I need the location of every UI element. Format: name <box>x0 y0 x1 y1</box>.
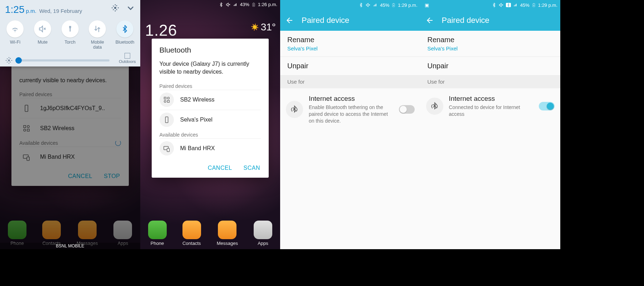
brightness-slider[interactable] <box>17 59 109 61</box>
app-messages[interactable]: Messages <box>77 221 98 246</box>
page-title: Paired device <box>442 16 489 25</box>
device-name: Selva's Pixel <box>428 45 553 51</box>
expand-chevron-icon[interactable] <box>126 4 135 13</box>
qs-wifi-toggle[interactable]: Wi-Fi <box>2 20 28 50</box>
scan-button[interactable]: SCAN <box>244 165 260 171</box>
status-time: 1:29 p.m. <box>538 3 557 8</box>
paired-devices-label: Paired devices <box>160 83 261 89</box>
battery-pct: 43% <box>240 2 249 7</box>
qs-time: 1:25 <box>5 4 25 15</box>
qs-mute-toggle[interactable]: Mute <box>30 20 55 50</box>
grid-icon <box>19 121 34 135</box>
device-name: Selva's Pixel <box>287 45 413 51</box>
status-bar: ▣ 45% 1:29 p.m. <box>420 0 561 10</box>
back-arrow-icon[interactable] <box>425 16 434 25</box>
cancel-button[interactable]: CANCEL <box>68 173 92 179</box>
internet-access-switch[interactable] <box>399 105 415 114</box>
app-apps[interactable]: Apps <box>254 221 272 246</box>
screen-2-bluetooth-dialog: 43% 1:26 p.m. 1.26 ☀️31° Phone Contacts … <box>140 0 280 249</box>
screen-1-quicksettings: Phone Contacts Messages Apps BSNL MOBILE… <box>0 0 140 249</box>
dialog-title: Bluetooth <box>160 46 261 54</box>
unpair-item[interactable]: Unpair <box>280 57 420 75</box>
mute-status-icon <box>366 3 371 8</box>
rename-item[interactable]: Rename Selva's Pixel <box>280 31 420 56</box>
battery-pct: 45% <box>380 3 389 8</box>
app-phone[interactable]: Phone <box>8 221 26 246</box>
paired-devices-label: Paired devices <box>19 92 121 97</box>
qs-date: Wed, 19 February <box>39 8 82 14</box>
internet-access-row[interactable]: Internet access Connected to device for … <box>420 88 561 124</box>
battery-icon <box>532 2 536 8</box>
status-bar: 43% 1:26 p.m. <box>140 0 280 9</box>
app-phone[interactable]: Phone <box>148 221 167 246</box>
bt-tether-icon <box>426 98 443 115</box>
app-messages[interactable]: Messages <box>217 221 238 246</box>
back-arrow-icon[interactable] <box>285 16 294 25</box>
qs-data-toggle[interactable]: Mobile data <box>84 20 110 50</box>
laptop-phone-icon <box>160 141 174 156</box>
cancel-button[interactable]: CANCEL <box>208 165 232 171</box>
homescreen-clock: 1.26 <box>145 21 177 39</box>
status-bar: 45% 1:29 p.m. <box>280 0 420 10</box>
battery-icon <box>391 2 396 8</box>
status-time: 1:26 p.m. <box>258 2 277 7</box>
carrier-label: BSNL MOBILE <box>0 243 140 249</box>
status-time: 1:29 p.m. <box>398 3 417 8</box>
bluetooth-dialog: Bluetooth Your device (Galaxy J7) is cur… <box>152 39 269 178</box>
use-for-header: Use for <box>420 75 561 88</box>
outdoors-checkbox[interactable]: Outdoors <box>114 53 140 66</box>
paired-device-row[interactable]: SB2 Wireless <box>160 90 261 110</box>
qs-bluetooth-toggle[interactable]: Bluetooth <box>112 20 138 50</box>
weather-widget[interactable]: ☀️31° <box>251 21 276 33</box>
stop-button[interactable]: STOP <box>104 173 120 179</box>
quick-settings-panel: 1:25 p.m. Wed, 19 February Wi-Fi Mute To… <box>0 0 140 66</box>
grid-icon <box>160 93 174 107</box>
available-devices-label: Available devices <box>19 140 121 146</box>
bt-tether-icon <box>286 101 303 118</box>
paired-device-row[interactable]: 1gJ6pOSIfkC4FYOsT_9.. <box>19 98 121 118</box>
mute-status-icon <box>499 3 504 8</box>
bt-visible-text: currently visible to nearby devices. <box>19 77 121 84</box>
phone-icon <box>160 113 174 127</box>
use-for-header: Use for <box>280 75 420 88</box>
screen-3-paired-off: 45% 1:29 p.m. Paired device Rename Selva… <box>280 0 420 249</box>
rename-item[interactable]: Rename Selva's Pixel <box>420 31 561 56</box>
paired-device-row[interactable]: Selva's Pixel <box>160 110 261 130</box>
app-contacts[interactable]: Contacts <box>182 221 201 246</box>
phone-icon <box>19 101 34 115</box>
page-title: Paired device <box>302 16 349 25</box>
unpair-item[interactable]: Unpair <box>420 57 561 75</box>
laptop-phone-icon <box>19 150 34 164</box>
qs-ampm: p.m. <box>26 8 36 14</box>
available-devices-label: Available devices <box>160 132 261 138</box>
app-apps[interactable]: Apps <box>113 221 132 246</box>
bluetooth-status-icon <box>492 3 497 8</box>
signal-icon <box>373 3 378 8</box>
signal-icon <box>513 3 518 8</box>
qs-torch-toggle[interactable]: Torch <box>57 20 83 50</box>
signal-icon <box>233 2 238 7</box>
settings-gear-icon[interactable] <box>111 4 119 13</box>
app-contacts[interactable]: Contacts <box>42 221 61 246</box>
available-device-row[interactable]: Mi Band HRX <box>160 138 261 158</box>
bt-connected-icon <box>506 3 511 7</box>
paired-device-row[interactable]: SB2 Wireless <box>19 118 121 138</box>
screen-4-paired-on: ▣ 45% 1:29 p.m. Paired device Rename Sel… <box>420 0 561 249</box>
internet-access-switch[interactable] <box>539 102 555 110</box>
available-device-row[interactable]: Mi Band HRX <box>19 147 121 167</box>
scan-spinner-icon <box>115 140 121 146</box>
mute-status-icon <box>226 2 231 7</box>
internet-access-row[interactable]: Internet access Enable Bluetooth tetheri… <box>280 88 420 131</box>
brightness-gear-icon[interactable] <box>5 56 13 64</box>
screenshot-status-icon: ▣ <box>425 3 429 8</box>
bluetooth-status-icon <box>358 3 364 8</box>
battery-pct: 45% <box>520 3 530 8</box>
battery-icon <box>252 2 256 8</box>
bluetooth-status-icon <box>219 2 224 7</box>
dialog-description: Your device (Galaxy J7) is currently vis… <box>160 60 261 76</box>
